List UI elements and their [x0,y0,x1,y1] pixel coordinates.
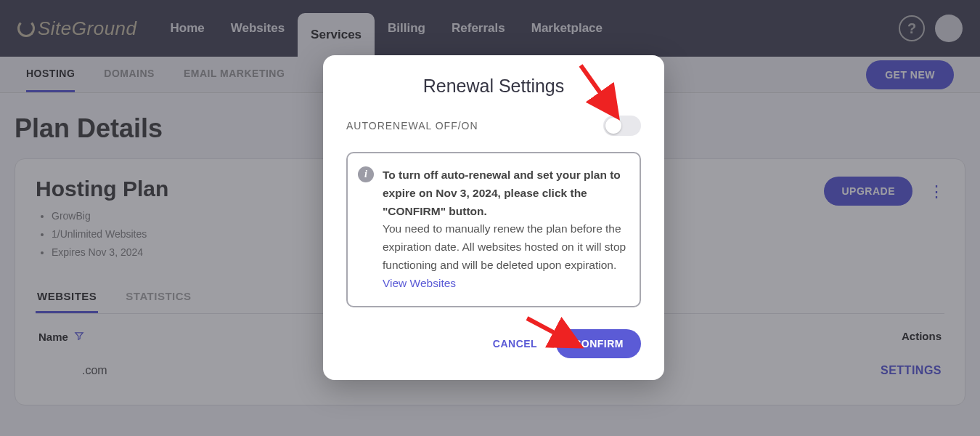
modal-title: Renewal Settings [346,76,641,97]
autorenew-label: AUTORENEWAL OFF/ON [346,120,478,132]
toggle-knob [605,118,621,134]
info-box: i To turn off auto-renewal and set your … [346,152,641,307]
confirm-button[interactable]: CONFIRM [556,329,641,358]
info-icon: i [358,166,374,182]
autorenew-toggle[interactable] [603,116,641,136]
info-text: You need to manually renew the plan befo… [383,222,626,271]
cancel-button[interactable]: CANCEL [493,338,537,350]
renewal-settings-modal: Renewal Settings AUTORENEWAL OFF/ON i To… [323,55,664,380]
view-websites-link[interactable]: View Websites [383,277,456,289]
info-bold: To turn off auto-renewal and set your pl… [383,169,621,217]
